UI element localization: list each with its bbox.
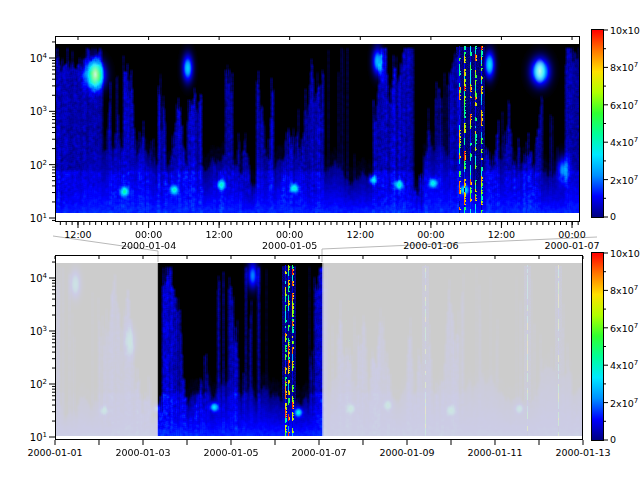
x-tick-date-label: 2000-01-03 xyxy=(115,447,170,458)
x-tick-time-label: 00:00 xyxy=(276,229,303,240)
colorbar-tick-label: 10x107 xyxy=(610,246,640,259)
y-tick-label: 104 xyxy=(30,51,47,64)
colorbar-tick-label: 6x107 xyxy=(610,98,638,111)
colorbar-tick-label: 2x107 xyxy=(610,172,638,185)
x-tick-time-label: 12:00 xyxy=(64,229,91,240)
x-tick-date-label: 2000-01-04 xyxy=(121,240,176,251)
colorbar-tick-label: 4x107 xyxy=(610,358,638,371)
x-tick-date-label: 2000-01-05 xyxy=(203,447,258,458)
x-tick-date-label: 2000-01-11 xyxy=(467,447,522,458)
colorbar-tick-label: 6x107 xyxy=(610,321,638,334)
plot-window: 12:0000:002000-01-0412:0000:002000-01-05… xyxy=(0,0,640,480)
x-tick-date-label: 2000-01-09 xyxy=(379,447,434,458)
colorbar-tick-label: 2x107 xyxy=(610,395,638,408)
y-tick-label: 102 xyxy=(30,157,47,170)
x-tick-date-label: 2000-01-07 xyxy=(544,240,599,251)
x-tick-time-label: 12:00 xyxy=(205,229,232,240)
x-tick-date-label: 2000-01-01 xyxy=(27,447,82,458)
colorbar-tick-label: 4x107 xyxy=(610,135,638,148)
y-tick-label: 103 xyxy=(30,324,47,337)
detail-spectrogram-canvas[interactable] xyxy=(56,44,579,213)
y-tick-label: 101 xyxy=(30,211,47,224)
y-tick-label: 104 xyxy=(30,271,47,284)
colorbar-tick-label: 8x107 xyxy=(610,60,638,73)
x-tick-date-label: 2000-01-13 xyxy=(555,447,610,458)
x-tick-time-label: 00:00 xyxy=(417,229,444,240)
x-tick-time-label: 00:00 xyxy=(558,229,585,240)
overview-colorbar-gradient xyxy=(591,252,604,441)
colorbar-tick-label: 0 xyxy=(610,211,616,222)
colorbar-tick-label: 0 xyxy=(610,434,616,445)
y-tick-label: 103 xyxy=(30,104,47,117)
y-tick-label: 102 xyxy=(30,377,47,390)
x-tick-time-label: 00:00 xyxy=(135,229,162,240)
zoom-selection-window[interactable] xyxy=(158,255,322,440)
x-tick-time-label: 12:00 xyxy=(347,229,374,240)
x-tick-time-label: 12:00 xyxy=(488,229,515,240)
x-tick-date-label: 2000-01-07 xyxy=(291,447,346,458)
colorbar-tick-label: 10x107 xyxy=(610,23,640,36)
colorbar-tick-label: 8x107 xyxy=(610,283,638,296)
y-tick-label: 101 xyxy=(30,430,47,443)
detail-colorbar-gradient xyxy=(591,29,604,218)
x-tick-date-label: 2000-01-06 xyxy=(403,240,458,251)
x-tick-date-label: 2000-01-05 xyxy=(262,240,317,251)
